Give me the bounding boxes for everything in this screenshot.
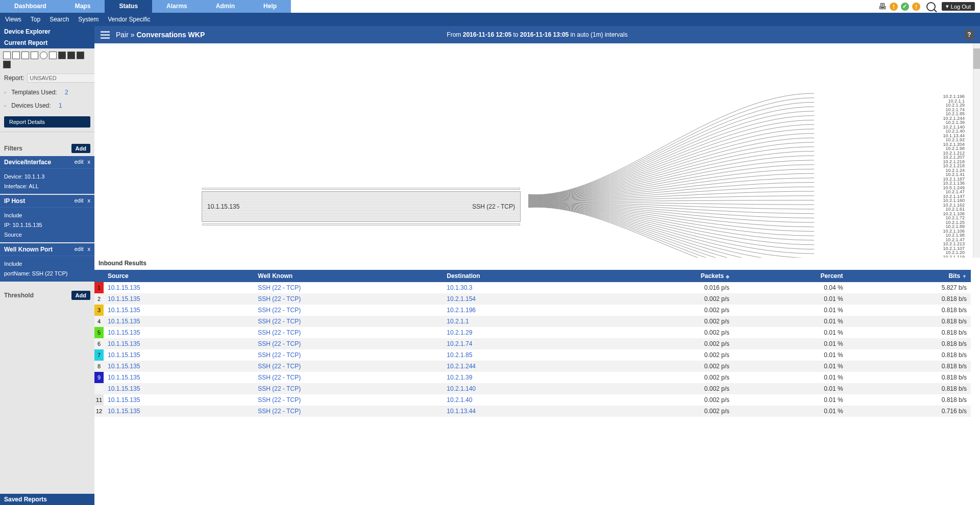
table-row[interactable]: 1210.1.15.135SSH (22 - TCP)10.1.13.440.0… (94, 406, 971, 417)
subnav-search[interactable]: Search (50, 16, 69, 23)
cell-source[interactable]: 10.1.15.135 (104, 394, 254, 406)
table-row[interactable]: 710.1.15.135SSH (22 - TCP)10.2.1.850.002… (94, 349, 971, 361)
filter-close-link[interactable]: x (88, 197, 91, 205)
cell-source[interactable]: 10.1.15.135 (104, 327, 254, 338)
help-icon[interactable]: ? (965, 30, 974, 39)
th-packets[interactable]: Packets◆ (597, 270, 733, 282)
report-name-input[interactable] (27, 73, 94, 83)
devices-used-count[interactable]: 1 (59, 102, 62, 109)
cell-source[interactable]: 10.1.15.135 (104, 338, 254, 349)
table-row[interactable]: 210.1.15.135SSH (22 - TCP)10.2.1.1540.00… (94, 293, 971, 305)
cell-destination[interactable]: 10.2.1.40 (443, 394, 597, 406)
cell-destination[interactable]: 10.2.1.140 (443, 383, 597, 394)
sankey-source-node[interactable]: 10.1.15.135 SSH (22 - TCP) (202, 191, 521, 222)
cell-source[interactable]: 10.1.15.135 (104, 293, 254, 305)
filter-close-link[interactable]: x (88, 246, 91, 253)
sidebar-device-explorer[interactable]: Device Explorer (0, 26, 94, 37)
cell-source[interactable]: 10.1.15.135 (104, 406, 254, 417)
tool-csv-icon[interactable] (67, 52, 75, 59)
th-percent[interactable]: Percent (733, 270, 847, 282)
cell-source[interactable]: 10.1.15.135 (104, 316, 254, 327)
subnav-top[interactable]: Top (31, 16, 40, 23)
cell-wellknown[interactable]: SSH (22 - TCP) (254, 394, 443, 406)
tool-print-icon[interactable] (58, 52, 66, 59)
cell-wellknown[interactable]: SSH (22 - TCP) (254, 338, 443, 349)
threshold-add-button[interactable]: Add (71, 291, 90, 300)
expand-icon[interactable]: ◦ (4, 89, 6, 96)
cell-wellknown[interactable]: SSH (22 - TCP) (254, 327, 443, 338)
cell-destination[interactable]: 10.2.1.74 (443, 338, 597, 349)
filter-edit-link[interactable]: edit (75, 159, 84, 166)
tool-icon-3[interactable] (21, 52, 29, 59)
cell-wellknown[interactable]: SSH (22 - TCP) (254, 293, 443, 305)
cell-source[interactable]: 10.1.15.135 (104, 349, 254, 361)
table-row[interactable]: 110.1.15.135SSH (22 - TCP)10.1.30.30.016… (94, 282, 971, 293)
th-source[interactable]: Source (104, 270, 254, 282)
filters-add-button[interactable]: Add (71, 144, 90, 153)
sidebar-saved-reports[interactable]: Saved Reports (0, 494, 94, 505)
tool-pdf-icon[interactable] (77, 52, 84, 59)
tool-icon-1[interactable] (3, 52, 11, 59)
cell-wellknown[interactable]: SSH (22 - TCP) (254, 316, 443, 327)
sankey-target-label[interactable]: 10.2.1.119 (943, 255, 965, 258)
filter-close-link[interactable]: x (88, 159, 91, 166)
cell-wellknown[interactable]: SSH (22 - TCP) (254, 305, 443, 316)
cell-wellknown[interactable]: SSH (22 - TCP) (254, 349, 443, 361)
table-row[interactable]: 1110.1.15.135SSH (22 - TCP)10.2.1.400.00… (94, 394, 971, 406)
status-lamp-warning-icon[interactable]: ! (890, 3, 898, 11)
tab-alarms[interactable]: Alarms (152, 0, 202, 13)
cell-source[interactable]: 10.1.15.135 (104, 361, 254, 372)
cell-destination[interactable]: 10.1.13.44 (443, 406, 597, 417)
logout-button[interactable]: ▾Log Out (942, 2, 975, 11)
cell-destination[interactable]: 10.2.1.39 (443, 372, 597, 383)
tool-export-icon[interactable] (3, 61, 11, 68)
report-details-button[interactable]: Report Details (4, 116, 90, 128)
expand-icon[interactable]: ◦ (4, 102, 6, 109)
templates-used-count[interactable]: 2 (65, 89, 68, 96)
table-row[interactable]: 510.1.15.135SSH (22 - TCP)10.2.1.290.002… (94, 327, 971, 338)
cell-source[interactable]: 10.1.15.135 (104, 383, 254, 394)
cell-source[interactable]: 10.1.15.135 (104, 282, 254, 293)
menu-icon[interactable] (101, 31, 110, 39)
tab-maps[interactable]: Maps (61, 0, 105, 13)
table-row[interactable]: 1010.1.15.135SSH (22 - TCP)10.2.1.1400.0… (94, 383, 971, 394)
cell-source[interactable]: 10.1.15.135 (104, 305, 254, 316)
tool-icon-2[interactable] (12, 52, 20, 59)
cell-destination[interactable]: 10.2.1.85 (443, 349, 597, 361)
filter-edit-link[interactable]: edit (75, 197, 84, 205)
cell-destination[interactable]: 10.2.1.244 (443, 361, 597, 372)
cell-destination[interactable]: 10.2.1.29 (443, 327, 597, 338)
cell-wellknown[interactable]: SSH (22 - TCP) (254, 372, 443, 383)
cell-destination[interactable]: 10.1.30.3 (443, 282, 597, 293)
cell-wellknown[interactable]: SSH (22 - TCP) (254, 406, 443, 417)
tab-status[interactable]: Status (105, 0, 152, 13)
sidebar-current-report[interactable]: Current Report (0, 37, 94, 48)
th-wellknown[interactable]: Well Known (254, 270, 443, 282)
status-lamp-alert-icon[interactable]: ! (912, 3, 920, 11)
cell-destination[interactable]: 10.2.1.154 (443, 293, 597, 305)
cell-destination[interactable]: 10.2.1.196 (443, 305, 597, 316)
cell-wellknown[interactable]: SSH (22 - TCP) (254, 383, 443, 394)
table-row[interactable]: 810.1.15.135SSH (22 - TCP)10.2.1.2440.00… (94, 361, 971, 372)
subnav-vendor[interactable]: Vendor Specific (108, 16, 150, 23)
table-row[interactable]: 410.1.15.135SSH (22 - TCP)10.2.1.10.002 … (94, 316, 971, 327)
printer-icon[interactable]: 🖶 (878, 2, 887, 11)
th-bits[interactable]: Bits▼ (847, 270, 971, 282)
th-destination[interactable]: Destination (443, 270, 597, 282)
table-row[interactable]: 310.1.15.135SSH (22 - TCP)10.2.1.1960.00… (94, 305, 971, 316)
tool-clock-icon[interactable] (40, 52, 47, 59)
tool-icon-4[interactable] (31, 52, 38, 59)
tab-dashboard[interactable]: Dashboard (0, 0, 61, 13)
cell-wellknown[interactable]: SSH (22 - TCP) (254, 282, 443, 293)
subnav-system[interactable]: System (78, 16, 99, 23)
table-row[interactable]: 610.1.15.135SSH (22 - TCP)10.2.1.740.002… (94, 338, 971, 349)
filter-edit-link[interactable]: edit (75, 246, 84, 253)
status-lamp-ok-icon[interactable]: ✓ (901, 3, 909, 11)
tab-admin[interactable]: Admin (202, 0, 249, 13)
search-icon[interactable] (926, 2, 936, 11)
cell-destination[interactable]: 10.2.1.1 (443, 316, 597, 327)
cell-source[interactable]: 10.1.15.135 (104, 372, 254, 383)
tool-grid-icon[interactable] (49, 52, 57, 59)
tab-help[interactable]: Help (249, 0, 291, 13)
vertical-scrollbar[interactable] (973, 43, 980, 258)
